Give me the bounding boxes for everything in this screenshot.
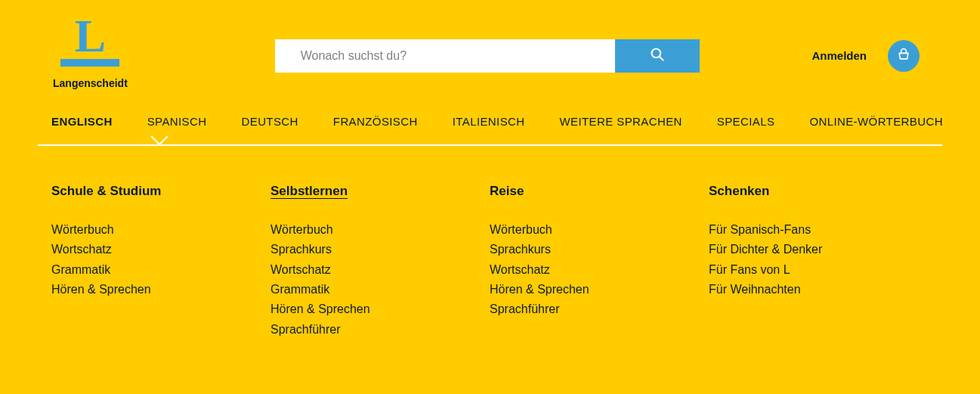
mega-link[interactable]: Wortschatz [271, 260, 490, 280]
search-input[interactable] [275, 39, 615, 73]
mega-link[interactable]: Sprachführer [271, 320, 490, 340]
mega-link[interactable]: Hören & Sprechen [490, 280, 709, 299]
nav-englisch[interactable]: ENGLISCH [51, 115, 113, 128]
mega-head-reise[interactable]: Reise [490, 184, 524, 199]
nav-indicator-icon [151, 136, 168, 153]
mega-link[interactable]: Hören & Sprechen [271, 299, 490, 319]
mega-link[interactable]: Für Weihnachten [709, 280, 928, 299]
mega-head-selbstlernen[interactable]: Selbstlernen [271, 184, 348, 199]
search-button[interactable] [615, 39, 700, 73]
mega-link[interactable]: Sprachführer [490, 299, 709, 319]
cart-button[interactable] [888, 40, 920, 72]
mega-link[interactable]: Für Fans von L [709, 260, 928, 280]
nav-online-woerterbuch[interactable]: ONLINE-WÖRTERBUCH [809, 115, 943, 128]
basket-icon [896, 47, 911, 65]
mega-head-schenken[interactable]: Schenken [709, 184, 769, 199]
svg-line-1 [659, 57, 663, 60]
mega-link[interactable]: Wörterbuch [51, 220, 271, 240]
nav-spanisch[interactable]: SPANISCH [147, 115, 207, 128]
mega-link[interactable]: Wortschatz [490, 260, 709, 280]
mega-link[interactable]: Sprachkurs [490, 240, 709, 259]
mega-link[interactable]: Wortschatz [51, 240, 271, 259]
mega-col-selbstlernen: Selbstlernen Wörterbuch Sprachkurs Worts… [271, 184, 490, 340]
search-form [275, 39, 700, 73]
nav-italienisch[interactable]: ITALIENISCH [453, 115, 525, 128]
mega-link[interactable]: Für Dichter & Denker [709, 240, 928, 259]
mega-link[interactable]: Grammatik [51, 260, 271, 280]
mega-col-schenken: Schenken Für Spanisch-Fans Für Dichter &… [709, 184, 928, 340]
nav-franzoesisch[interactable]: FRANZÖSISCH [333, 115, 418, 128]
mega-link[interactable]: Grammatik [271, 280, 490, 299]
mega-link[interactable]: Für Spanisch-Fans [709, 220, 928, 240]
nav-specials[interactable]: SPECIALS [717, 115, 775, 128]
mega-link[interactable]: Sprachkurs [271, 240, 490, 259]
logo[interactable]: L Langenscheidt [53, 15, 128, 89]
mega-col-schule: Schule & Studium Wörterbuch Wortschatz G… [51, 184, 271, 340]
main-nav: ENGLISCH SPANISCH DEUTSCH FRANZÖSISCH IT… [38, 115, 942, 146]
mega-col-reise: Reise Wörterbuch Sprachkurs Wortschatz H… [490, 184, 709, 340]
mega-link[interactable]: Hören & Sprechen [51, 280, 271, 299]
nav-weitere-sprachen[interactable]: WEITERE SPRACHEN [560, 115, 682, 128]
mega-link[interactable]: Wörterbuch [271, 220, 490, 240]
nav-deutsch[interactable]: DEUTSCH [242, 115, 298, 128]
mega-menu: Schule & Studium Wörterbuch Wortschatz G… [38, 146, 942, 340]
mega-link[interactable]: Wörterbuch [490, 220, 709, 240]
login-link[interactable]: Anmelden [812, 49, 867, 62]
search-icon [650, 47, 665, 64]
logo-letter: L [75, 15, 106, 57]
brand-name: Langenscheidt [53, 77, 128, 89]
mega-head-schule[interactable]: Schule & Studium [51, 184, 161, 199]
